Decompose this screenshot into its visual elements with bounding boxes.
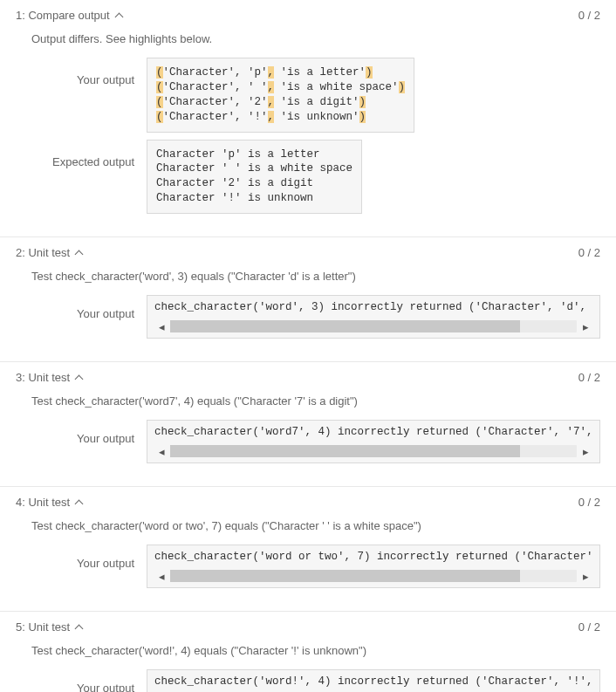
- scrollbar-thumb[interactable]: [170, 320, 520, 332]
- your-output-box: check_character('word or two', 7) incorr…: [147, 545, 600, 588]
- scrollbar-thumb[interactable]: [170, 445, 520, 457]
- chevron-up-icon: [75, 498, 84, 507]
- chevron-up-icon: [115, 11, 124, 20]
- section-subtitle: Test check_character('word!', 4) equals …: [31, 644, 600, 657]
- scroll-right-icon[interactable]: ▸: [578, 444, 592, 458]
- diff-highlight: ): [359, 96, 366, 108]
- output-row: Your output('Character', 'p', 'is a lett…: [16, 58, 600, 133]
- row-label: Expected output: [16, 140, 147, 168]
- section-subtitle: Test check_character('word', 3) equals (…: [31, 270, 600, 283]
- scrollbar-track[interactable]: [170, 570, 577, 582]
- diff-highlight: ,: [268, 66, 275, 79]
- output-row: Expected outputCharacter 'p' is a letter…: [16, 140, 600, 215]
- output-text: check_character('word', 3) incorrectly r…: [154, 301, 592, 313]
- diff-highlight: (: [156, 81, 163, 93]
- scrollbar-track[interactable]: [170, 445, 577, 457]
- chevron-up-icon: [75, 623, 84, 632]
- scroll-left-icon[interactable]: ◂: [154, 319, 168, 333]
- chevron-up-icon: [75, 249, 84, 257]
- section-header[interactable]: 5: Unit test0 / 2: [16, 620, 600, 634]
- diff-highlight: ): [399, 81, 406, 93]
- output-text: check_character('word7', 4) incorrectly …: [154, 426, 592, 438]
- section-subtitle: Test check_character('word or two', 7) e…: [31, 519, 600, 532]
- section-title: 1: Compare output: [16, 9, 110, 22]
- diff-highlight: ): [359, 111, 366, 123]
- test-section: 5: Unit test0 / 2Test check_character('w…: [0, 611, 616, 692]
- horizontal-scrollbar[interactable]: ◂▸: [154, 443, 592, 459]
- diff-highlight: (: [156, 96, 163, 108]
- diff-highlight: ,: [268, 81, 275, 93]
- section-title: 3: Unit test: [16, 371, 70, 384]
- output-row: Your outputcheck_character('word', 3) in…: [16, 295, 600, 339]
- your-output-box: check_character('word7', 4) incorrectly …: [147, 420, 600, 463]
- row-label: Your output: [16, 58, 147, 86]
- scrollbar-track[interactable]: [170, 320, 577, 332]
- expected-output-box: Character 'p' is a letter Character ' ' …: [147, 140, 362, 215]
- section-header[interactable]: 1: Compare output0 / 2: [16, 9, 600, 22]
- scroll-right-icon[interactable]: ▸: [578, 319, 592, 333]
- your-output-box: check_character('word!', 4) incorrectly …: [147, 669, 600, 692]
- horizontal-scrollbar[interactable]: ◂▸: [154, 319, 592, 334]
- section-title: 2: Unit test: [16, 246, 70, 259]
- scroll-left-icon[interactable]: ◂: [154, 444, 168, 458]
- section-title: 5: Unit test: [16, 620, 70, 634]
- diff-highlight: ,: [268, 96, 275, 108]
- your-output-box: ('Character', 'p', 'is a letter') ('Char…: [147, 58, 414, 133]
- score: 0 / 2: [578, 496, 600, 509]
- test-section: 1: Compare output0 / 2Output differs. Se…: [0, 0, 616, 236]
- score: 0 / 2: [578, 620, 600, 634]
- diff-highlight: ,: [268, 111, 275, 123]
- row-label: Your output: [16, 295, 147, 320]
- test-section: 2: Unit test0 / 2Test check_character('w…: [0, 236, 616, 361]
- row-label: Your output: [16, 420, 147, 445]
- section-header[interactable]: 3: Unit test0 / 2: [16, 371, 600, 384]
- horizontal-scrollbar[interactable]: ◂▸: [154, 568, 592, 584]
- your-output-box: check_character('word', 3) incorrectly r…: [147, 295, 600, 339]
- scroll-left-icon[interactable]: ◂: [154, 569, 168, 583]
- score: 0 / 2: [578, 246, 600, 259]
- test-section: 3: Unit test0 / 2Test check_character('w…: [0, 361, 616, 486]
- test-section: 4: Unit test0 / 2Test check_character('w…: [0, 486, 616, 611]
- row-label: Your output: [16, 545, 147, 570]
- section-subtitle: Output differs. See highlights below.: [31, 32, 600, 45]
- output-row: Your outputcheck_character('word or two'…: [16, 545, 600, 588]
- section-header[interactable]: 4: Unit test0 / 2: [16, 496, 600, 509]
- row-label: Your output: [16, 669, 147, 692]
- diff-highlight: (: [156, 111, 163, 123]
- diff-highlight: ): [366, 66, 373, 79]
- output-text: check_character('word or two', 7) incorr…: [154, 551, 592, 563]
- output-text: check_character('word!', 4) incorrectly …: [154, 675, 592, 688]
- section-header[interactable]: 2: Unit test0 / 2: [16, 246, 600, 259]
- output-row: Your outputcheck_character('word!', 4) i…: [16, 669, 600, 692]
- scroll-right-icon[interactable]: ▸: [578, 569, 592, 583]
- chevron-up-icon: [75, 373, 84, 382]
- scrollbar-thumb[interactable]: [170, 570, 520, 582]
- section-subtitle: Test check_character('word7', 4) equals …: [31, 394, 600, 408]
- score: 0 / 2: [578, 371, 600, 384]
- output-row: Your outputcheck_character('word7', 4) i…: [16, 420, 600, 463]
- score: 0 / 2: [578, 9, 600, 22]
- diff-highlight: (: [156, 66, 163, 79]
- section-title: 4: Unit test: [16, 496, 70, 509]
